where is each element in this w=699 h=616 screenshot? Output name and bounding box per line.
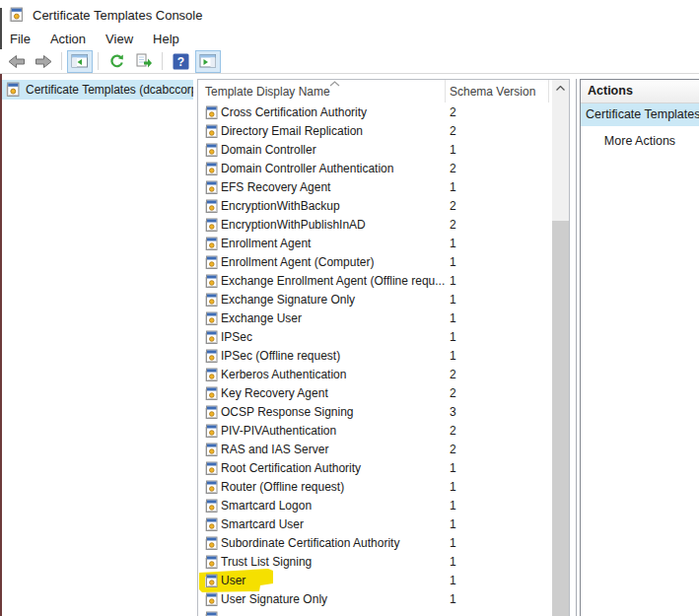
template-name: Directory Email Replication	[221, 122, 363, 141]
toolbar: ?	[0, 49, 699, 74]
tree-item-certificate-templates[interactable]: Certificate Templates (dcabccorp	[2, 80, 193, 100]
menubar: FileActionViewHelp	[0, 30, 699, 49]
column-divider[interactable]	[445, 80, 446, 103]
template-name: Trust List Signing	[221, 553, 312, 572]
certificate-template-icon	[204, 517, 218, 532]
certificate-template-icon	[204, 405, 218, 420]
console-tree-icon	[71, 53, 89, 69]
menu-help[interactable]: Help	[143, 30, 189, 49]
refresh-button[interactable]	[104, 50, 129, 73]
template-name: Cross Certification Authority	[221, 103, 367, 122]
list-row[interactable]: User 1	[198, 572, 551, 590]
template-name: Domain Controller	[221, 141, 316, 160]
list-row[interactable]: User Signature Only 1	[198, 590, 551, 609]
certificate-template-icon	[5, 82, 20, 98]
scrollbar-thumb[interactable]	[552, 221, 569, 616]
list-row[interactable]: IPSec (Offline request) 1	[198, 347, 551, 366]
certificate-template-icon	[204, 368, 218, 382]
menu-view[interactable]: View	[96, 30, 143, 49]
template-name: EFS Recovery Agent	[221, 178, 330, 197]
certificate-template-icon	[204, 274, 218, 289]
list-row[interactable]: Router (Offline request) 1	[198, 478, 551, 497]
list-row[interactable]	[198, 609, 551, 616]
show-hide-action-pane-button[interactable]	[195, 50, 221, 73]
list-row[interactable]: Exchange Enrollment Agent (Offline requ.…	[198, 272, 551, 291]
list-row[interactable]: EncryptionWithBackup 2	[198, 197, 551, 216]
export-list-icon	[135, 53, 153, 69]
certificate-template-icon	[204, 386, 218, 401]
template-name: RAS and IAS Server	[221, 441, 328, 459]
column-divider[interactable]	[548, 80, 549, 103]
list-row[interactable]: EncryptionWithPublishInAD 2	[198, 216, 551, 235]
actions-group-certificate-templates: Certificate Templates	[581, 103, 699, 126]
menu-file[interactable]: File	[0, 30, 40, 49]
list-row[interactable]: OCSP Response Signing 3	[198, 403, 551, 422]
titlebar: Certificate Templates Console	[0, 0, 699, 30]
certificate-template-icon	[204, 143, 218, 158]
schema-version: 1	[450, 141, 456, 160]
template-name: Kerberos Authentication	[221, 366, 346, 384]
show-hide-console-tree-button[interactable]	[67, 50, 93, 73]
template-name: Exchange Signature Only	[221, 291, 355, 309]
certificate-template-icon	[204, 105, 218, 120]
schema-version: 1	[450, 497, 456, 515]
list-row[interactable]: Cross Certification Authority 2	[198, 103, 551, 122]
list-row[interactable]: PIV-PIVAuthentication 2	[198, 422, 551, 441]
schema-version: 1	[450, 347, 456, 366]
certificate-template-icon	[204, 574, 218, 588]
certificate-template-icon	[204, 218, 218, 233]
template-name: Smartcard User	[221, 515, 304, 534]
forward-button[interactable]	[31, 50, 56, 73]
certificate-template-icon	[204, 349, 218, 364]
help-icon: ?	[173, 53, 189, 70]
list-row[interactable]: Enrollment Agent 1	[198, 235, 551, 253]
back-button[interactable]	[3, 50, 29, 73]
list-row[interactable]: Subordinate Certification Authority 1	[198, 534, 551, 553]
certificate-template-icon	[204, 255, 218, 270]
template-name: Domain Controller Authentication	[221, 160, 393, 178]
certificate-template-icon	[204, 237, 218, 251]
list-header: Template Display Name Schema Version	[198, 80, 569, 103]
console-app-icon	[8, 7, 24, 23]
certificate-template-icon	[204, 611, 218, 616]
export-list-button[interactable]	[131, 50, 157, 73]
template-name: EncryptionWithBackup	[221, 197, 340, 216]
list-row[interactable]: Enrollment Agent (Computer) 1	[198, 253, 551, 272]
list-row[interactable]: Key Recovery Agent 2	[198, 384, 551, 403]
list-row[interactable]: EFS Recovery Agent 1	[198, 178, 551, 197]
list-row[interactable]: RAS and IAS Server 2	[198, 441, 551, 459]
template-name: Subordinate Certification Authority	[221, 534, 399, 553]
list-row[interactable]: Smartcard User 1	[198, 515, 551, 534]
help-button[interactable]: ?	[168, 50, 193, 73]
refresh-icon	[108, 53, 125, 69]
certificate-template-icon	[204, 536, 218, 551]
template-name: Exchange User	[221, 309, 302, 328]
svg-text:?: ?	[176, 54, 183, 68]
certificate-template-icon	[204, 592, 218, 607]
schema-version: 1	[450, 309, 456, 328]
tree-item-label: Certificate Templates (dcabccorp	[26, 83, 193, 97]
column-header-template-display-name[interactable]: Template Display Name	[205, 80, 330, 103]
list-row[interactable]: Domain Controller 1	[198, 141, 551, 160]
list-row[interactable]: Root Certification Authority 1	[198, 459, 551, 478]
menu-action[interactable]: Action	[40, 30, 96, 49]
list-row[interactable]: IPSec 1	[198, 328, 551, 347]
list-row[interactable]: Exchange Signature Only 1	[198, 291, 551, 309]
schema-version: 2	[450, 122, 456, 141]
scroll-up-button[interactable]	[552, 80, 569, 97]
certificate-template-icon	[204, 330, 218, 345]
more-actions-button[interactable]: More Actions	[581, 131, 699, 151]
list-row[interactable]: Smartcard Logon 1	[198, 497, 551, 515]
template-name: PIV-PIVAuthentication	[221, 422, 336, 441]
toolbar-separator	[98, 52, 99, 70]
column-header-schema-version[interactable]: Schema Version	[450, 80, 535, 103]
list-row[interactable]: Trust List Signing 1	[198, 553, 551, 572]
list-row[interactable]: Domain Controller Authentication 2	[198, 160, 551, 178]
certificate-template-icon	[204, 180, 218, 195]
list-row[interactable]: Kerberos Authentication 2	[198, 366, 551, 384]
template-name: Enrollment Agent	[221, 235, 311, 253]
list-row[interactable]: Directory Email Replication 2	[198, 122, 551, 141]
schema-version: 1	[450, 553, 456, 572]
list-row[interactable]: Exchange User 1	[198, 309, 551, 328]
vertical-scrollbar[interactable]	[552, 80, 569, 616]
